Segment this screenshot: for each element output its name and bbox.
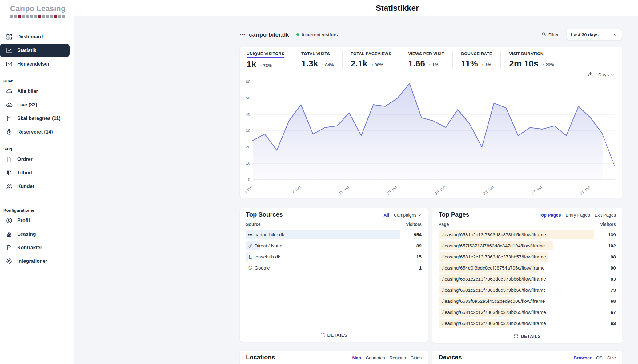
page-path: /leasing/6581c2c13f7863d8c373bb5d/flow/i…: [439, 232, 546, 238]
current-visitors[interactable]: 0 current visitors: [296, 32, 338, 37]
site-name[interactable]: caripo-biler.dk: [249, 31, 289, 38]
sidebar-item-henvendelser[interactable]: Henvendelser: [0, 57, 70, 71]
page-row-1[interactable]: /leasing/657f53713f7863d8c347c194/flow/i…: [439, 240, 616, 251]
sidebar-divider: [3, 25, 65, 25]
source-visitors: 89: [416, 243, 422, 249]
logo-text: Caripo Leasing: [10, 4, 74, 13]
tab-all[interactable]: All: [383, 213, 389, 218]
sidebar-item-kunder[interactable]: Kunder: [0, 180, 70, 193]
tab-countries[interactable]: Countries: [366, 355, 385, 360]
sidebar-item-skal-beregnes-11[interactable]: Skal beregnes (11): [0, 112, 70, 125]
sidebar-item-statistik[interactable]: Statistik: [0, 44, 70, 57]
logo-square-2: [18, 15, 21, 18]
gear-icon: [6, 258, 13, 265]
analytics-panel: caripo-biler.dk 0 current visitors Filte…: [240, 16, 622, 364]
source-name: caripo-biler.dk: [255, 232, 284, 238]
topbar: Statistikker: [74, 0, 638, 16]
tab-regions[interactable]: Regions: [390, 355, 406, 360]
sidebar-item-label: Profil: [17, 218, 30, 223]
sidebar-item-leasing[interactable]: Leasing: [0, 227, 70, 241]
filter-button[interactable]: Filter: [541, 32, 559, 38]
source-row-leasehub-dk[interactable]: Lleasehub.dk15: [246, 251, 422, 262]
stat-label: BOUNCE RATE: [461, 51, 492, 57]
stat-unique-visitors[interactable]: UNIQUE VISITORS1k↑ 73%: [245, 51, 293, 69]
arrow-up-icon: ↑: [429, 62, 432, 67]
stat-visit-duration[interactable]: VISIT DURATION2m 10s↑ 26%: [500, 51, 562, 69]
stat-total-visits[interactable]: TOTAL VISITS1.3k↑ 84%: [293, 51, 342, 69]
sidebar-item-label: Henvendelser: [17, 61, 50, 67]
sidebar-item-label: Reserveret (14): [17, 129, 53, 135]
stat-total-pageviews[interactable]: TOTAL PAGEVIEWS2.1k↑ 86%: [342, 51, 400, 69]
sidebar-item-alle-biler[interactable]: Alle biler: [0, 85, 70, 98]
sidebar-item-tilbud[interactable]: Tilbud: [0, 166, 70, 180]
svg-text:15 Jan: 15 Jan: [386, 185, 398, 196]
stat-delta: ↑ 1%: [482, 62, 491, 67]
sidebar-item-dashboard[interactable]: Dashboard: [0, 30, 70, 44]
section-label-biler: Biler: [3, 79, 74, 83]
page-visitors: 68: [611, 298, 616, 304]
page-path: /leasing/6581c2c13f7863d8c373bb65/flow/i…: [439, 310, 546, 315]
cloud-check-icon: [6, 102, 13, 108]
logo-square-0: [10, 15, 13, 18]
arrow-up-icon: ↑: [542, 62, 545, 67]
page-row-3[interactable]: /leasing/654e0f8bdc8cef38754a706c/flow/i…: [439, 262, 616, 274]
stat-views-per-visit[interactable]: VIEWS PER VISIT1.66↑ 1%: [400, 51, 453, 69]
col-visitors: Visitors: [406, 222, 422, 227]
tab-exit-pages[interactable]: Exit Pages: [595, 213, 616, 218]
sidebar-item-ordrer[interactable]: Ordrer: [0, 153, 70, 166]
stat-delta: ↑ 26%: [542, 62, 554, 67]
source-row-caripo-biler-dk[interactable]: caripo-biler.dk954: [246, 229, 422, 240]
source-row-direct-none[interactable]: Direct / None89: [246, 240, 422, 251]
date-range-value: Last 30 days: [571, 32, 599, 37]
stat-bounce-rate[interactable]: BOUNCE RATE11%↑ 1%: [452, 51, 500, 69]
tab-size[interactable]: Size: [607, 355, 616, 360]
interval-select[interactable]: Days: [598, 72, 615, 77]
sidebar-item-kontrakter[interactable]: Kontrakter: [0, 241, 70, 254]
logo-square-9: [46, 15, 49, 18]
page-path: /leasing/6581c2c13f7863d8c373bb60/flow/i…: [439, 321, 546, 326]
visitors-area-chart[interactable]: 0102030405060 3 Jan7 Jan11 Jan15 Jan19 J…: [245, 78, 616, 201]
current-visitors-label: 0 current visitors: [302, 32, 338, 37]
tab-browser[interactable]: Browser: [574, 355, 592, 361]
logo-squares: [10, 15, 74, 18]
sidebar-item-reserveret-14[interactable]: Reserveret (14): [0, 125, 70, 139]
page-row-5[interactable]: /leasing/6581c2c13f7863d8c373bb68/flow/i…: [439, 285, 616, 296]
tab-cities[interactable]: Cities: [411, 355, 422, 360]
sidebar-item-profil[interactable]: Profil: [0, 214, 70, 227]
sidebar-item-label: Statistik: [17, 48, 36, 53]
calculator-icon: [6, 115, 13, 122]
page-row-0[interactable]: /leasing/6581c2c13f7863d8c373bb5d/flow/i…: [439, 229, 616, 240]
date-range-select[interactable]: Last 30 days: [567, 29, 622, 40]
page-path: /leasing/6581c2c13f7863d8c373bb57/flow/i…: [439, 254, 546, 260]
page-row-8[interactable]: /leasing/6581c2c13f7863d8c373bb60/flow/i…: [439, 318, 616, 329]
site-header: caripo-biler.dk 0 current visitors Filte…: [240, 29, 622, 40]
svg-text:50: 50: [246, 96, 250, 100]
sidebar-item-label: Kontrakter: [17, 245, 42, 250]
page-visitors: 73: [611, 287, 616, 293]
logo-square-6: [34, 15, 37, 18]
download-icon[interactable]: [588, 71, 593, 78]
section-label-salg: Salg: [3, 147, 74, 151]
svg-text:20: 20: [246, 145, 250, 149]
tab-map[interactable]: Map: [352, 355, 361, 361]
source-row-google[interactable]: GGoogle1: [246, 262, 422, 274]
sources-details-button[interactable]: DETAILS: [320, 333, 347, 338]
page-row-4[interactable]: /leasing/6581c2c13f7863d8c373bb6b/flow/i…: [439, 274, 616, 285]
pages-details-button[interactable]: DETAILS: [514, 334, 541, 339]
sidebar-item-integrationer[interactable]: Integrationer: [0, 254, 70, 268]
pages-column-headers: Page Visitors: [439, 222, 616, 227]
page-row-7[interactable]: /leasing/6581c2c13f7863d8c373bb65/flow/i…: [439, 307, 616, 318]
tab-entry-pages[interactable]: Entry Pages: [566, 213, 590, 218]
users-icon: [6, 183, 13, 190]
stat-delta: ↑ 73%: [260, 63, 272, 68]
file-text-icon: [6, 244, 13, 251]
sidebar-item-live-32[interactable]: Live (32): [0, 98, 70, 112]
tab-campaigns[interactable]: Campaigns: [394, 213, 422, 218]
car-icon: [6, 88, 13, 95]
tab-top-pages[interactable]: Top Pages: [539, 213, 561, 218]
sidebar-item-label: Kunder: [17, 184, 34, 189]
page-row-2[interactable]: /leasing/6581c2c13f7863d8c373bb57/flow/i…: [439, 251, 616, 262]
tab-os[interactable]: OS: [596, 355, 603, 360]
page-row-6[interactable]: /leasing/6583f0a52a5f45c2bed9c008/flow/i…: [439, 296, 616, 307]
stat-label: UNIQUE VISITORS: [247, 51, 284, 58]
